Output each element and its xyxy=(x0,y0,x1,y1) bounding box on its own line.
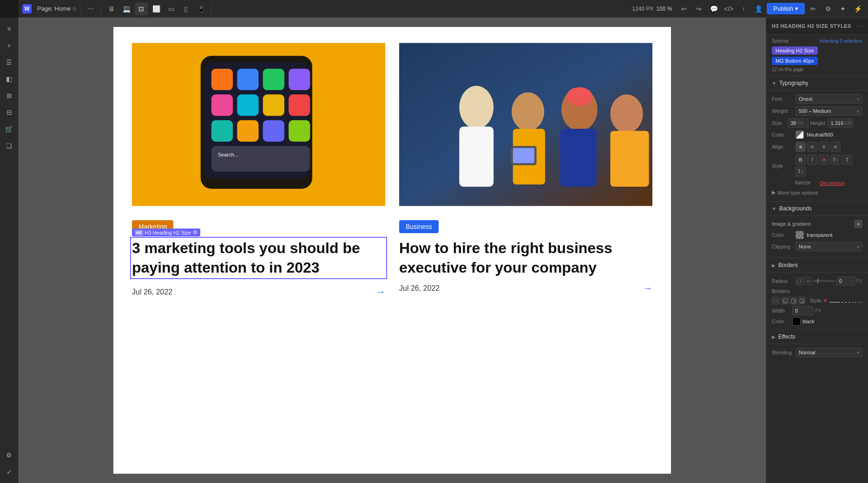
svg-rect-19 xyxy=(459,127,493,187)
code-button[interactable]: </> xyxy=(722,2,735,15)
weight-value[interactable]: 500 – Medium ▾ xyxy=(796,106,862,116)
device-tablet-portrait[interactable]: ▯ xyxy=(179,2,192,15)
device-mobile[interactable]: 📱 xyxy=(194,2,207,15)
blog-category-2[interactable]: Business xyxy=(399,220,439,233)
border-remove-button[interactable]: ✕ xyxy=(823,297,828,304)
sidebar-layers-icon[interactable]: ◧ xyxy=(2,72,17,86)
align-justify-button[interactable]: ≡ xyxy=(830,142,841,152)
blog-post-2-meta: Business How to hire the right business … xyxy=(399,213,652,297)
blog-image-2[interactable] xyxy=(399,36,652,213)
add-background-button[interactable]: + xyxy=(854,220,862,228)
svg-point-24 xyxy=(610,94,643,133)
panel-more-button[interactable]: ⋯ xyxy=(856,22,862,30)
font-value[interactable]: Onest ▾ xyxy=(796,94,862,104)
align-right-button[interactable]: ≡ xyxy=(819,142,829,152)
bold-button[interactable]: B xyxy=(796,155,806,165)
user-icon[interactable]: 👤 xyxy=(752,2,765,15)
blending-label: Blending xyxy=(772,350,793,355)
decoration-label[interactable]: Decoration xyxy=(820,180,844,186)
device-tablet-landscape[interactable]: ▭ xyxy=(164,2,178,15)
blog-date-1: Jul 26, 2022 → xyxy=(132,287,385,297)
typography-section-header[interactable]: ▼ Typography xyxy=(766,76,868,91)
device-desktop[interactable]: 💻 xyxy=(120,2,133,15)
app-logo[interactable]: W xyxy=(22,4,32,13)
sidebar-check-icon[interactable]: ✓ xyxy=(2,464,17,479)
color-swatch[interactable] xyxy=(796,131,804,139)
border-dotted-style[interactable] xyxy=(853,302,863,303)
radius-input[interactable]: 0 xyxy=(836,276,855,286)
border-dashed-style[interactable] xyxy=(841,302,851,303)
border-top-button[interactable]: ◳ xyxy=(789,297,797,304)
publish-button[interactable]: H3 Heading H2 Size Styles Publish ▾ xyxy=(767,3,805,14)
pen-tool-button[interactable]: ✏ xyxy=(807,2,820,15)
border-top-right-button[interactable]: ◲ xyxy=(798,297,805,304)
blog-title-1[interactable]: 3 marketing tools you should be paying a… xyxy=(132,239,385,277)
border-width-label: Width xyxy=(772,308,790,313)
blog-arrow-2[interactable]: → xyxy=(643,283,652,294)
size-input[interactable]: 38 PX xyxy=(788,118,809,128)
clipping-value[interactable]: None ▾ xyxy=(796,242,862,251)
effects-section-header[interactable]: ▶ Effects xyxy=(766,330,868,344)
radius-slider[interactable] xyxy=(813,280,835,282)
backgrounds-section-header[interactable]: ▼ Backgrounds xyxy=(766,202,868,216)
device-laptop[interactable]: ⬜ xyxy=(150,2,163,15)
radius-row: Radius □ ○ 0 PX xyxy=(772,276,862,286)
sidebar-navigator-icon[interactable]: ☰ xyxy=(2,55,17,70)
font-row: Font Onest ▾ xyxy=(772,94,862,104)
device-desktop-large[interactable]: 🖥 xyxy=(105,2,118,15)
italic-button[interactable]: I xyxy=(807,155,817,165)
selector-tag-heading[interactable]: Heading H2 Size xyxy=(772,46,818,55)
device-custom[interactable]: ⊡ xyxy=(135,2,148,15)
blog-image-1[interactable]: Search... xyxy=(132,36,385,213)
canvas-area[interactable]: Search... Marketing H3 H3 Heading H2 Siz… xyxy=(19,18,766,483)
borders-section-title: Borders xyxy=(778,262,798,268)
selector-label-row: Selector Inheriting 5 selectors xyxy=(772,39,862,44)
height-input[interactable]: 1.316 EM xyxy=(828,118,854,128)
redo-button[interactable]: ↪ xyxy=(692,2,705,15)
sidebar-cms-icon[interactable]: ⊟ xyxy=(2,105,17,120)
sidebar-settings-icon[interactable]: ⚙ xyxy=(2,448,17,463)
bg-color-swatch[interactable] xyxy=(796,231,804,239)
toolbar-more-button[interactable]: ⋯ xyxy=(84,2,97,15)
sidebar-ecommerce-icon[interactable]: 🛒 xyxy=(2,122,17,137)
comments-button[interactable]: 💬 xyxy=(707,2,720,15)
ai-button[interactable]: ✦ xyxy=(836,2,849,15)
superscript-button[interactable]: T↑ xyxy=(830,155,841,165)
border-all-button[interactable]: □ xyxy=(772,297,779,304)
align-center-button[interactable]: ≡ xyxy=(807,142,817,152)
radius-all-button[interactable]: □ xyxy=(796,277,803,285)
svg-rect-14 xyxy=(289,120,310,142)
sidebar-assets-icon[interactable]: ⊞ xyxy=(2,88,17,103)
border-color-swatch[interactable] xyxy=(792,317,801,326)
sidebar-add-icon[interactable]: + xyxy=(2,38,17,53)
flash-button[interactable]: ⚡ xyxy=(851,2,864,15)
subscript-button[interactable]: T↓ xyxy=(796,166,806,176)
baseline-button[interactable]: T xyxy=(842,155,852,165)
webflow-logo[interactable]: W xyxy=(22,4,32,13)
more-type-options[interactable]: ▶ More type options xyxy=(772,188,862,197)
element-tag-label[interactable]: H3 H3 Heading H2 Size ⚙ xyxy=(132,228,200,236)
sidebar-pages-icon[interactable]: ≡ xyxy=(2,21,17,36)
border-top-left-button[interactable]: ◱ xyxy=(781,297,789,304)
sidebar-components-icon[interactable]: ❏ xyxy=(2,138,17,153)
blog-post-1-meta: Marketing H3 H3 Heading H2 Size ⚙ 3 mark… xyxy=(132,213,385,301)
blending-value[interactable]: Normal ▾ xyxy=(796,348,862,357)
align-left-button[interactable]: ≡ xyxy=(796,142,806,152)
selector-tags-container: Heading H2 Size MG Bottom 40px xyxy=(772,46,862,65)
blog-arrow-1[interactable]: → xyxy=(376,287,385,297)
main-container: Search... Marketing H3 H3 Heading H2 Siz… xyxy=(19,18,868,483)
selector-tag-margin[interactable]: MG Bottom 40px xyxy=(772,57,818,65)
inheriting-label[interactable]: Inheriting 5 selectors xyxy=(820,39,862,44)
borders-section-header[interactable]: ▶ Borders xyxy=(766,258,868,273)
tag-settings-icon[interactable]: ⚙ xyxy=(193,229,197,235)
remove-style-button[interactable]: ✕ xyxy=(819,155,829,165)
blog-title-2[interactable]: How to hire the right business executive… xyxy=(399,239,652,277)
border-solid-style[interactable] xyxy=(829,302,840,303)
share-button[interactable]: ↑ xyxy=(737,2,750,15)
effects-section-content: Blending Normal ▾ xyxy=(766,344,868,361)
border-individual-buttons: ◱ ◳ ◲ xyxy=(781,297,805,304)
undo-button[interactable]: ↩ xyxy=(677,2,690,15)
border-width-input[interactable]: 0 xyxy=(792,306,813,315)
radius-circle-button[interactable]: ○ xyxy=(804,277,812,285)
settings-button[interactable]: ⚙ xyxy=(822,2,835,15)
